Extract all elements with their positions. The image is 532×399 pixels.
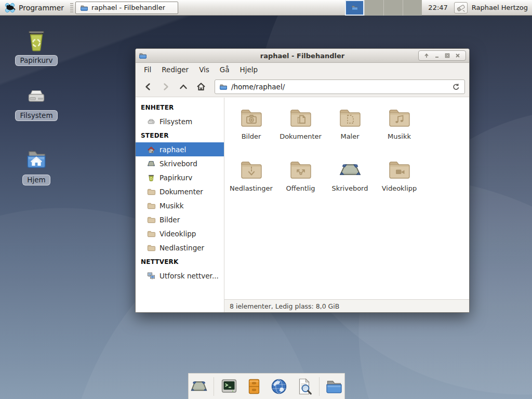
panel-clock[interactable]: 22:47 (426, 4, 449, 11)
forward-button[interactable] (157, 79, 174, 95)
folder-pictures-icon (239, 105, 264, 130)
folder-icon (147, 202, 155, 210)
file-item-offentlig[interactable]: Offentlig (277, 157, 325, 209)
folder-documents-icon (288, 105, 313, 130)
bottom-dock (188, 373, 345, 399)
globe-icon (270, 377, 288, 396)
menu-bar: Fil Rediger Vis Gå Hjelp (136, 63, 469, 76)
file-item-maler[interactable]: Maler (326, 105, 374, 157)
file-item-skrivebord[interactable]: Skrivebord (326, 157, 374, 209)
sidebar-item-network[interactable]: Utforsk nettver... (136, 269, 224, 283)
back-button[interactable] (140, 79, 156, 95)
dock-separator (214, 377, 214, 396)
panel-grip (70, 3, 73, 12)
applications-menu-button[interactable]: Programmer (3, 0, 68, 15)
shade-button[interactable] (422, 51, 431, 60)
desktop-icon (147, 159, 155, 168)
window-controls (418, 50, 466, 61)
close-button[interactable] (453, 51, 462, 60)
back-icon (143, 82, 153, 91)
desktop-icon-home[interactable]: Hjem (8, 145, 65, 185)
sidebar-item-filesystem[interactable]: Filsystem (136, 114, 224, 128)
workspace-3[interactable] (383, 0, 403, 16)
folder-icon (147, 216, 155, 224)
file-manager-launcher[interactable] (324, 376, 344, 397)
status-bar: 8 ielementer, Ledig plass: 8,0 GiB (224, 299, 469, 312)
top-panel: Programmer raphael - Filbehandler 22:47 (0, 0, 532, 16)
sidebar-item-bilder[interactable]: Bilder (136, 212, 224, 227)
sidebar-header-places: STEDER (136, 128, 224, 142)
file-item-nedlastinger[interactable]: Nedlastinger (228, 157, 275, 209)
desktop-icon-label: Filsystem (15, 110, 57, 121)
status-text: 8 ielementer, Ledig plass: 8,0 GiB (230, 302, 339, 310)
folder-icon (147, 244, 155, 252)
reload-icon[interactable] (452, 83, 460, 91)
file-item-dokumenter[interactable]: Dokumenter (277, 105, 325, 157)
desktop-icon-trash[interactable]: Papirkurv (8, 26, 65, 66)
file-search-launcher[interactable] (294, 376, 314, 397)
sidebar: ENHETER Filsystem STEDER raphael (136, 98, 224, 312)
workspace-4[interactable] (403, 0, 422, 16)
sidebar-item-papirkurv[interactable]: Papirkurv (136, 170, 224, 184)
window-titlebar[interactable]: raphael - Filbehandler (136, 49, 469, 63)
home-folder-icon (23, 145, 50, 172)
up-button[interactable] (175, 79, 192, 95)
file-search-icon (295, 377, 313, 396)
session-menu-button[interactable] (454, 2, 468, 14)
maximize-button[interactable] (443, 51, 452, 60)
sidebar-item-raphael[interactable]: raphael (136, 142, 224, 156)
trash-icon (23, 26, 50, 53)
home-icon (147, 145, 155, 154)
file-item-bilder[interactable]: Bilder (228, 105, 275, 157)
menu-edit[interactable]: Rediger (156, 64, 194, 75)
desktop-icon-filesystem[interactable]: Filsystem (8, 83, 65, 121)
sidebar-header-devices: ENHETER (136, 100, 224, 114)
menu-view[interactable]: Vis (194, 64, 215, 75)
folder-public-icon (288, 157, 313, 182)
sidebar-item-nedlastinger[interactable]: Nedlastinger (136, 241, 224, 255)
folder-icon (325, 377, 343, 396)
file-item-videoklipp[interactable]: Videoklipp (376, 157, 423, 209)
workspace-2[interactable] (364, 0, 383, 16)
window-icon (139, 51, 147, 60)
file-item-musikk[interactable]: Musikk (376, 105, 423, 157)
sidebar-item-skrivebord[interactable]: Skrivebord (136, 156, 224, 170)
toolbar: /home/raphael/ (136, 76, 469, 97)
workspace-pager (345, 0, 422, 16)
location-bar[interactable]: /home/raphael/ (215, 79, 465, 94)
applications-menu-label: Programmer (19, 4, 64, 12)
terminal-launcher[interactable] (219, 376, 239, 397)
show-desktop-button[interactable] (189, 376, 209, 397)
workspace-1[interactable] (345, 0, 364, 16)
file-manager-window: raphael - Filbehandler Fil Rediger Vis G… (135, 48, 470, 313)
folder-downloads-icon (239, 157, 264, 182)
folder-templates-icon (338, 105, 363, 130)
workspace-window-thumb (351, 4, 359, 11)
file-view: Bilder Dokumenter (224, 98, 469, 312)
folder-icon (147, 230, 155, 238)
forward-icon (161, 82, 170, 91)
sidebar-item-musikk[interactable]: Musikk (136, 198, 224, 212)
file-cabinet-icon (245, 377, 263, 396)
folder-icon (147, 188, 155, 196)
taskbar-window-button[interactable]: raphael - Filbehandler (75, 2, 178, 14)
minimize-button[interactable] (432, 51, 442, 60)
menu-file[interactable]: Fil (139, 64, 156, 75)
panel-user-name: Raphael Hertzog (472, 4, 528, 11)
menu-go[interactable]: Gå (215, 64, 235, 75)
home-button[interactable] (193, 79, 209, 95)
network-icon (147, 272, 155, 280)
trash-icon (147, 174, 155, 182)
folder-music-icon (387, 105, 412, 130)
up-icon (179, 82, 188, 91)
xfce-logo-icon (4, 2, 16, 14)
file-cabinet-launcher[interactable] (244, 376, 264, 397)
sidebar-header-network: NETTVERK (136, 255, 224, 269)
web-browser-launcher[interactable] (269, 376, 289, 397)
menu-help[interactable]: Hjelp (235, 64, 263, 75)
file-grid: Bilder Dokumenter (224, 98, 469, 299)
desktop-icon (338, 157, 363, 182)
sidebar-item-dokumenter[interactable]: Dokumenter (136, 184, 224, 198)
sidebar-item-videoklipp[interactable]: Videoklipp (136, 227, 224, 241)
hard-drive-icon (147, 117, 155, 126)
